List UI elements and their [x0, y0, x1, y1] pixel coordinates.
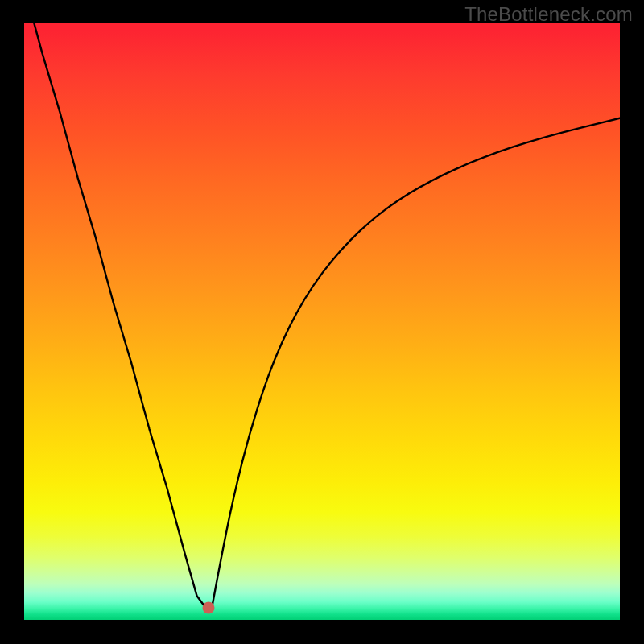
minimum-point-dot	[203, 602, 215, 614]
bottleneck-curve	[24, 23, 620, 620]
plot-area	[24, 23, 620, 620]
chart-frame: TheBottleneck.com	[0, 0, 644, 644]
watermark-label: TheBottleneck.com	[464, 3, 633, 26]
